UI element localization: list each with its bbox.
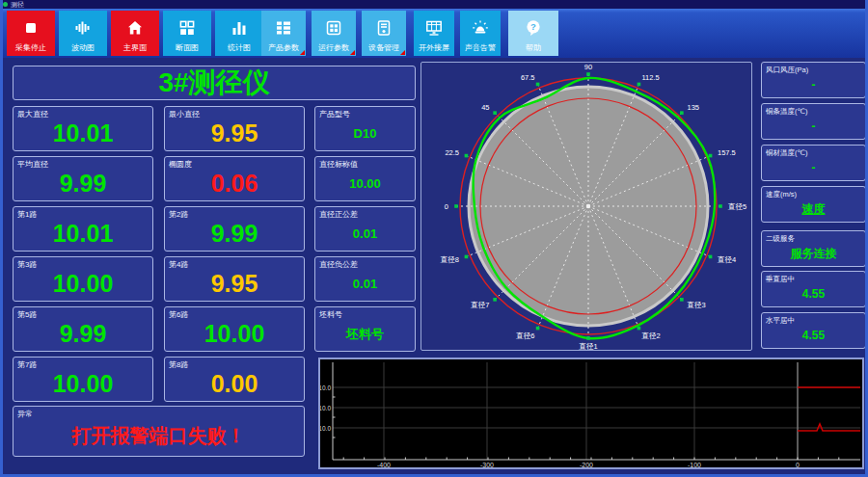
svg-text:10.0: 10.0 — [320, 384, 331, 391]
metric-cell-path5: 第5路 9.99 — [13, 306, 153, 352]
metric-value: 9.95 — [165, 269, 304, 299]
metric-value: 10.01 — [14, 119, 152, 148]
alarm-message: 打开报警端口失败！ — [14, 418, 304, 454]
metric-cell-path2: 第2路 9.99 — [164, 206, 305, 252]
metric-cell-avg-diameter: 平均直径 9.99 — [13, 156, 153, 201]
panel-value: - — [762, 157, 865, 178]
toolbar-button-label: 声音告警 — [465, 44, 496, 52]
metric-value: 10.00 — [165, 319, 304, 349]
toolbar-button-run-params[interactable]: 运行参数 — [312, 11, 356, 56]
svg-text:90: 90 — [584, 63, 592, 71]
panel-speed: 速度(m/s) 速度 — [761, 186, 866, 223]
metric-cell-plus-tolerance: 直径正公差 0.01 — [314, 206, 416, 252]
svg-text:67.5: 67.5 — [521, 73, 535, 82]
panel-value[interactable]: 速度 — [762, 199, 865, 220]
metric-cell-nominal-diameter: 直径标称值 10.00 — [314, 156, 416, 201]
toolbar-button-wave-chart[interactable]: 波动图 — [59, 11, 107, 56]
metric-label: 椭圆度 — [169, 160, 192, 169]
metric-value: 0.00 — [165, 369, 304, 399]
metric-value: 0.01 — [315, 269, 415, 299]
cross-section-chart-panel: 022.54567.590112.5135157.5直径5直径4直径3直径2直径… — [420, 62, 752, 351]
panel-value: 4.55 — [762, 283, 865, 305]
toolbar-button-section-chart[interactable]: 断面图 — [163, 11, 211, 56]
panel-value: - — [762, 116, 865, 137]
toolbar-button-label: 产品参数 — [268, 44, 299, 52]
metric-cell-path1: 第1路 10.01 — [13, 206, 153, 252]
toolbar-button-label: 开外接屏 — [419, 44, 449, 52]
toolbar-button-label: 统计图 — [228, 44, 251, 52]
metric-label: 平均直径 — [17, 160, 48, 169]
metric-label: 第3路 — [17, 260, 37, 269]
alarm-panel: 异常 打开报警端口失败！ — [13, 406, 305, 457]
external-screen-icon — [424, 18, 444, 38]
metric-value: 0.06 — [165, 169, 304, 199]
device-icon — [374, 18, 393, 38]
svg-text:112.5: 112.5 — [642, 73, 660, 82]
panel-value: 服务连接 — [762, 243, 865, 264]
metric-value: 坯料号 — [315, 319, 415, 349]
toolbar-button-stop-capture[interactable]: 采集停止 — [7, 11, 55, 56]
metric-label: 第4路 — [169, 260, 188, 269]
metric-label: 直径负公差 — [319, 260, 358, 269]
panel-material-temperature: 铜材温度(℃) - — [761, 145, 866, 181]
metric-cell-billet-number: 坯料号 坯料号 — [314, 306, 416, 352]
svg-text:?: ? — [530, 21, 536, 32]
metric-cell-path8: 第8路 0.00 — [164, 357, 305, 402]
product-params-icon — [274, 18, 293, 38]
svg-text:直径3: 直径3 — [687, 301, 706, 309]
metric-label: 最小直径 — [169, 110, 200, 119]
svg-text:0: 0 — [796, 462, 800, 467]
metric-label: 坯料号 — [319, 310, 342, 319]
metric-label: 第8路 — [169, 360, 188, 369]
trend-chart-panel: -400-300-200-100010.010.010.0 — [318, 358, 864, 469]
stop-icon — [21, 18, 41, 38]
metric-cell-path4: 第4路 9.95 — [164, 256, 305, 302]
toolbar-button-label: 断面图 — [176, 44, 199, 52]
metric-label: 直径标称值 — [319, 160, 358, 169]
metric-value: 10.00 — [14, 269, 152, 299]
toolbar-button-external-screen[interactable]: 开外接屏 — [414, 11, 454, 56]
panel-label: 铜条温度(℃) — [766, 107, 807, 116]
panel-secondary-service: 二级服务 服务连接 — [761, 230, 866, 267]
toolbar-button-label: 主界面 — [123, 44, 147, 52]
metric-label: 第7路 — [17, 360, 37, 369]
home-icon — [125, 18, 145, 38]
metric-value: D10 — [315, 119, 415, 148]
metric-label: 第1路 — [17, 210, 37, 219]
metric-label: 第2路 — [169, 210, 188, 219]
metric-value: 10.00 — [315, 169, 415, 199]
dropdown-arrow-icon — [350, 50, 355, 55]
svg-text:157.5: 157.5 — [718, 148, 736, 157]
metric-value: 10.00 — [14, 369, 152, 399]
panel-label: 垂直居中 — [766, 275, 795, 283]
panel-vertical-centering: 垂直居中 4.55 — [761, 271, 866, 307]
toolbar-button-label: 采集停止 — [15, 44, 46, 52]
svg-text:直径5: 直径5 — [727, 202, 746, 211]
svg-text:-100: -100 — [688, 462, 701, 467]
app-icon — [3, 2, 8, 7]
metric-value: 9.99 — [165, 219, 304, 249]
toolbar-button-device-management[interactable]: 设备管理 — [362, 11, 406, 56]
metric-cell-min-diameter: 最小直径 9.95 — [164, 106, 305, 151]
toolbar-button-sound-alarm[interactable]: 声音告警 — [460, 11, 501, 56]
toolbar-button-statistics-chart[interactable]: 统计图 — [215, 11, 263, 56]
toolbar-button-main-screen[interactable]: 主界面 — [111, 11, 159, 56]
alarm-lamp-icon — [471, 18, 490, 38]
svg-text:直径8: 直径8 — [440, 255, 459, 264]
svg-text:直径1: 直径1 — [578, 342, 597, 351]
panel-label: 水平居中 — [766, 316, 795, 325]
svg-text:直径4: 直径4 — [717, 255, 736, 264]
metric-value: 10.01 — [14, 219, 152, 249]
toolbar-button-help[interactable]: ? 帮助 — [508, 11, 558, 56]
panel-label: 铜材温度(℃) — [766, 148, 807, 157]
trend-chart: -400-300-200-100010.010.010.0 — [320, 359, 862, 467]
device-title: 3#测径仪 — [158, 65, 269, 101]
toolbar-button-product-params[interactable]: 产品参数 — [261, 11, 306, 56]
metric-value: 0.01 — [315, 219, 415, 249]
toolbar-button-label: 波动图 — [71, 44, 95, 52]
metric-cell-path6: 第6路 10.00 — [164, 306, 305, 352]
app-window: 测径 采集停止 波动图 主界面 断面图 统计图 产品参数 — [0, 0, 868, 477]
metric-cell-path7: 第7路 10.00 — [13, 357, 153, 402]
metric-cell-ovality: 椭圆度 0.06 — [164, 156, 305, 201]
dropdown-arrow-icon — [400, 50, 405, 55]
